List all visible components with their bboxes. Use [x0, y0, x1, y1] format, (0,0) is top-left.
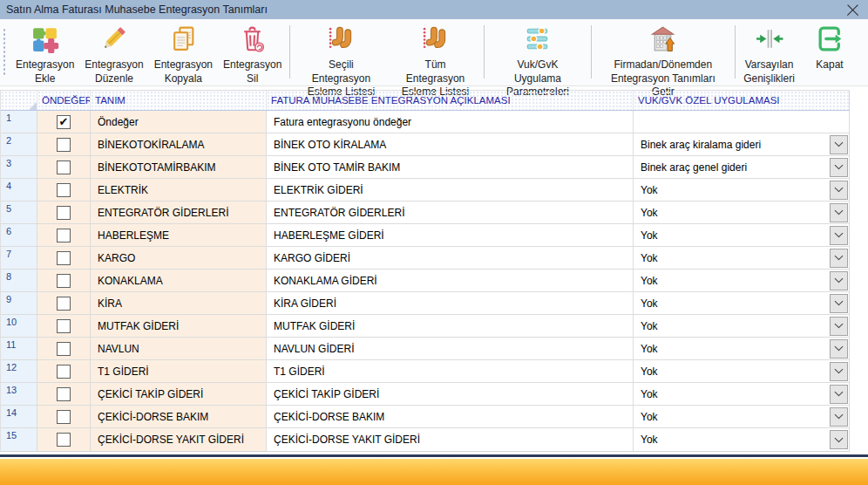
tum-entegrasyon-esleme-listesi-button[interactable]: Tüm Entegrasyon Eşleme Listesi: [390, 23, 482, 99]
vuk-dropdown-button[interactable]: [830, 203, 848, 222]
ondeger-checkbox[interactable]: [57, 251, 71, 265]
tanim-cell[interactable]: ENTEGRATÖR GİDERLERİ: [91, 202, 267, 223]
row-number[interactable]: 10: [1, 315, 37, 337]
ondeger-cell[interactable]: [37, 270, 91, 291]
ondeger-cell[interactable]: [37, 202, 91, 223]
vuk-combo-cell[interactable]: Yok: [634, 224, 850, 246]
aciklama-cell[interactable]: ELEKTRİK GİDERİ: [267, 179, 634, 201]
ondeger-checkbox[interactable]: [57, 161, 71, 174]
ondeger-cell[interactable]: [37, 383, 91, 405]
aciklama-cell[interactable]: KONAKLAMA GİDERİ: [267, 270, 634, 291]
ondeger-checkbox[interactable]: [57, 433, 71, 447]
ondeger-cell[interactable]: [37, 224, 91, 246]
tanim-cell[interactable]: ÇEKİCİ TAKİP GİDERİ: [91, 383, 267, 405]
ondeger-checkbox[interactable]: [57, 319, 71, 333]
column-header-aciklama[interactable]: FATURA MUHASEBE ENTEGRASYON AÇIKLAMASI: [267, 91, 634, 110]
vuk-combo-cell[interactable]: Yok: [634, 338, 850, 359]
ondeger-checkbox[interactable]: [57, 138, 71, 152]
tanim-cell[interactable]: ÇEKİCİ-DORSE YAKIT GİDERİ: [91, 428, 267, 451]
ondeger-checkbox[interactable]: [57, 387, 71, 401]
vuk-combo-cell[interactable]: Yok: [634, 202, 850, 223]
column-header-tanim[interactable]: TANIM: [91, 91, 267, 110]
vuk-combo-cell[interactable]: Yok: [634, 406, 850, 427]
ondeger-cell[interactable]: [37, 156, 91, 178]
ondeger-cell[interactable]: [37, 360, 91, 382]
vuk-dropdown-button[interactable]: [830, 158, 848, 177]
vuk-dropdown-button[interactable]: [830, 339, 848, 359]
ondeger-cell[interactable]: [37, 338, 91, 359]
tanim-cell[interactable]: ÇEKİCİ-DORSE BAKIM: [91, 406, 267, 427]
vuk-dropdown-button[interactable]: [830, 135, 848, 154]
ondeger-checkbox[interactable]: [57, 183, 71, 197]
vuk-dropdown-button[interactable]: [830, 430, 848, 449]
vuk-dropdown-button[interactable]: [830, 385, 848, 404]
aciklama-cell[interactable]: HABERLEŞME GİDERİ: [267, 224, 634, 246]
vuk-dropdown-button[interactable]: [830, 181, 848, 200]
ondeger-cell[interactable]: [37, 292, 91, 314]
row-number[interactable]: 15: [1, 428, 37, 451]
vuk-gvk-uygulama-parametreleri-button[interactable]: Vuk/GvK Uygulama Parametreleri: [487, 23, 587, 99]
vuk-dropdown-button[interactable]: [830, 249, 848, 268]
ondeger-checkbox[interactable]: [57, 297, 71, 311]
tanim-cell[interactable]: BİNEKOTOTAMİRBAKIM: [91, 156, 267, 178]
secili-entegrasyon-esleme-listesi-button[interactable]: Seçili Entegrasyon Eşleme Listesi: [293, 23, 389, 99]
ondeger-checkbox[interactable]: [57, 410, 71, 424]
vuk-combo-cell[interactable]: Binek araç genel gideri: [634, 156, 850, 178]
aciklama-cell[interactable]: ÇEKİCİ TAKİP GİDERİ: [267, 383, 634, 405]
toolbar-grip-handle[interactable]: [3, 28, 6, 75]
entegrasyon-duzenle-button[interactable]: Entegrasyon Düzenle: [79, 23, 148, 85]
vuk-dropdown-button[interactable]: [830, 317, 848, 336]
ondeger-cell[interactable]: [37, 406, 91, 427]
ondeger-checkbox[interactable]: [57, 229, 71, 242]
row-number[interactable]: 7: [1, 247, 37, 269]
aciklama-cell[interactable]: Fatura entegrasyonu öndeğer: [267, 111, 634, 133]
tanim-cell[interactable]: HABERLEŞME: [91, 224, 267, 246]
aciklama-cell[interactable]: KARGO GİDERİ: [267, 247, 634, 269]
row-number[interactable]: 2: [1, 133, 37, 155]
vuk-dropdown-button[interactable]: [830, 294, 848, 313]
row-number[interactable]: 13: [1, 383, 37, 405]
aciklama-cell[interactable]: ÇEKİCİ-DORSE BAKIM: [267, 406, 634, 427]
row-number[interactable]: 12: [1, 360, 37, 382]
ondeger-cell[interactable]: [37, 133, 91, 155]
aciklama-cell[interactable]: ENTEGRATÖR GİDERLERİ: [267, 202, 634, 223]
entegrasyon-sil-button[interactable]: Entegrasyon Sil: [218, 23, 287, 85]
ondeger-cell[interactable]: [37, 179, 91, 201]
aciklama-cell[interactable]: KİRA GİDERİ: [267, 292, 634, 314]
vuk-combo-cell[interactable]: Binek araç kiralama gideri: [634, 133, 850, 155]
tanim-cell[interactable]: KONAKLAMA: [91, 270, 267, 291]
ondeger-checkbox[interactable]: [57, 365, 71, 379]
vuk-dropdown-button[interactable]: [830, 271, 848, 290]
ondeger-cell[interactable]: ✔: [37, 111, 91, 133]
tanim-cell[interactable]: BİNEKOTOKİRALAMA: [91, 133, 267, 155]
ondeger-checkbox[interactable]: [57, 342, 71, 356]
tanim-cell[interactable]: T1 GİDERİ: [91, 360, 267, 382]
aciklama-cell[interactable]: MUTFAK GİDERİ: [267, 315, 634, 337]
ondeger-cell[interactable]: [37, 428, 91, 451]
tanim-cell[interactable]: KİRA: [91, 292, 267, 314]
tanim-cell[interactable]: ELEKTRİK: [91, 179, 267, 201]
tanim-cell[interactable]: Öndeğer: [91, 111, 267, 133]
vuk-combo-cell[interactable]: Yok: [634, 383, 850, 405]
ondeger-checkbox[interactable]: [57, 206, 71, 220]
grid-corner-cell[interactable]: [1, 91, 37, 110]
entegrasyon-ekle-button[interactable]: Entegrasyon Ekle: [10, 23, 79, 85]
varsayilan-genislikleri-button[interactable]: Varsayılan Genişlikleri: [738, 23, 800, 85]
tanim-cell[interactable]: MUTFAK GİDERİ: [91, 315, 267, 337]
vuk-dropdown-button[interactable]: [830, 226, 848, 245]
vuk-combo-cell[interactable]: Yok: [634, 179, 850, 201]
row-number[interactable]: 1: [1, 111, 37, 133]
aciklama-cell[interactable]: NAVLUN GİDERİ: [267, 338, 634, 359]
aciklama-cell[interactable]: BİNEK OTO KİRALAMA: [267, 133, 634, 155]
aciklama-cell[interactable]: T1 GİDERİ: [267, 360, 634, 382]
vuk-combo-cell[interactable]: Yok: [634, 428, 850, 451]
row-number[interactable]: 9: [1, 292, 37, 314]
vuk-combo-cell[interactable]: Yok: [634, 292, 850, 314]
row-number[interactable]: 5: [1, 202, 37, 223]
row-number[interactable]: 6: [1, 224, 37, 246]
close-icon[interactable]: [846, 3, 859, 17]
vuk-combo-cell[interactable]: Yok: [634, 360, 850, 382]
column-header-vuk-gvk[interactable]: VUK/GVK ÖZEL UYGULAMASI: [634, 91, 850, 110]
vuk-combo-cell[interactable]: Yok: [634, 270, 850, 291]
entegrasyon-kopyala-button[interactable]: Entegrasyon Kopyala: [149, 23, 218, 85]
